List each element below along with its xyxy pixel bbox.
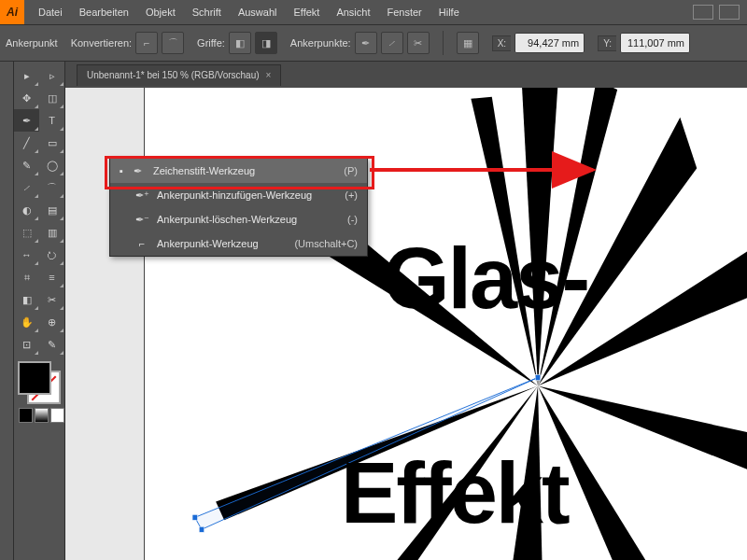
svg-rect-13 — [192, 514, 197, 520]
y-label: Y: — [598, 35, 616, 51]
app-logo-icon: Ai — [0, 0, 24, 24]
none-mode-icon[interactable] — [50, 408, 64, 423]
y-input[interactable] — [624, 36, 686, 49]
menu-bearbeiten[interactable]: Bearbeiten — [71, 0, 137, 24]
menu-hilfe[interactable]: Hilfe — [430, 0, 468, 24]
arrange-docs-icon[interactable] — [719, 5, 740, 20]
convert-label: Konvertieren: — [71, 37, 132, 49]
menu-auswahl[interactable]: Auswahl — [230, 0, 286, 24]
svg-rect-14 — [199, 526, 204, 532]
reference-point-icon[interactable]: ▦ — [457, 32, 479, 54]
pen-tool-flyout: ▪ ✒ Zeichenstift-Werkzeug (P) ✒⁺ Ankerpu… — [109, 158, 368, 257]
fill-swatch[interactable] — [18, 361, 51, 395]
artboard-tool[interactable]: ⊡ — [14, 333, 39, 356]
flyout-label: Ankerpunkt-löschen-Werkzeug — [157, 214, 340, 225]
document-tab[interactable]: Unbenannt-1* bei 150 % (RGB/Vorschau) × — [77, 64, 281, 86]
left-dock[interactable] — [0, 62, 14, 560]
paintbrush-tool[interactable]: ✎ — [14, 154, 39, 176]
rectangle-tool[interactable]: ▭ — [39, 132, 64, 154]
hide-handles-icon[interactable]: ◨ — [255, 32, 277, 54]
menu-objekt[interactable]: Objekt — [137, 0, 184, 24]
connect-anchor-icon[interactable]: ⟋ — [381, 32, 403, 54]
shape-builder-tool[interactable]: ↔ — [14, 244, 39, 266]
gradient-mode-icon[interactable] — [35, 408, 49, 423]
fill-stroke-control[interactable] — [18, 361, 61, 404]
convert-corner-icon[interactable]: ⌐ — [135, 32, 158, 54]
eyedropper-tool[interactable]: ◧ — [14, 288, 39, 311]
mesh-tool[interactable]: ⌗ — [14, 266, 39, 288]
x-coord-group: X: — [492, 33, 585, 53]
flyout-delete-anchor-tool[interactable]: ✒⁻ Ankerpunkt-löschen-Werkzeug (-) — [110, 207, 367, 231]
layout-mode-icon[interactable] — [693, 5, 713, 20]
type-tool[interactable]: T — [39, 109, 64, 132]
canvas-column: Unbenannt-1* bei 150 % (RGB/Vorschau) × — [65, 62, 747, 560]
flyout-shortcut: (P) — [344, 165, 358, 176]
x-field[interactable] — [514, 33, 585, 53]
show-handles-icon[interactable]: ◧ — [229, 32, 251, 54]
color-mode-icon[interactable] — [19, 408, 33, 423]
gradient-tool[interactable]: ≡ — [39, 266, 64, 288]
color-mode-row — [19, 408, 64, 423]
pen-tool[interactable]: ✒ — [14, 109, 39, 132]
pen-plus-icon: ✒⁺ — [134, 189, 149, 202]
lasso-tool[interactable]: ◫ — [39, 87, 64, 109]
flyout-add-anchor-tool[interactable]: ✒⁺ Ankerpunkt-hinzufügen-Werkzeug (+) — [110, 183, 367, 207]
free-transform-tool[interactable]: ▥ — [39, 221, 64, 244]
direct-selection-tool[interactable]: ▹ — [39, 64, 64, 87]
flyout-pen-tool[interactable]: ▪ ✒ Zeichenstift-Werkzeug (P) — [110, 159, 367, 183]
svg-rect-12 — [535, 375, 540, 381]
line-tool[interactable]: ╱ — [14, 132, 39, 154]
toolbox: ▸▹ ✥◫ ✒T ╱▭ ✎◯ ⟋⌒ ◐▤ ⬚▥ ↔⭮ ⌗≡ ◧✂ ✋⊕ ⊡✎ — [14, 62, 65, 560]
close-tab-icon[interactable]: × — [266, 65, 272, 86]
column-graph-tool[interactable]: ⊕ — [39, 311, 64, 333]
symbol-sprayer-tool[interactable]: ✋ — [14, 311, 39, 333]
y-field[interactable] — [620, 33, 690, 53]
perspective-tool[interactable]: ⭮ — [39, 244, 64, 266]
pen-icon: ✒ — [131, 165, 146, 177]
rotate-tool[interactable]: ◐ — [14, 199, 39, 221]
scale-tool[interactable]: ▤ — [39, 199, 64, 221]
blend-tool[interactable]: ✂ — [39, 288, 64, 311]
control-bar: Ankerpunkt Konvertieren: ⌐ ⌒ Griffe: ◧ ◨… — [0, 25, 747, 62]
work-area: ▸▹ ✥◫ ✒T ╱▭ ✎◯ ⟋⌒ ◐▤ ⬚▥ ↔⭮ ⌗≡ ◧✂ ✋⊕ ⊡✎ U… — [0, 62, 747, 560]
flyout-shortcut: (Umschalt+C) — [294, 238, 358, 249]
blob-brush-tool[interactable]: ⟋ — [14, 176, 39, 199]
artwork-text-2: Effekt — [341, 444, 569, 542]
menu-fenster[interactable]: Fenster — [378, 0, 430, 24]
canvas[interactable]: Glas- Effekt ▪ ✒ Zeichenstift-Werkzeug (… — [65, 88, 747, 560]
pen-minus-icon: ✒⁻ — [134, 214, 149, 226]
anchors-group: Ankerpunkte: ✒ ⟋ ✂ — [290, 32, 430, 54]
menu-schrift[interactable]: Schrift — [184, 0, 230, 24]
x-input[interactable] — [518, 36, 581, 49]
convert-group: Konvertieren: ⌐ ⌒ — [71, 32, 184, 54]
menubar: Ai Datei Bearbeiten Objekt Schrift Auswa… — [0, 0, 747, 25]
document-tabstrip: Unbenannt-1* bei 150 % (RGB/Vorschau) × — [65, 62, 747, 86]
menu-datei[interactable]: Datei — [30, 0, 71, 24]
document-tab-title: Unbenannt-1* bei 150 % (RGB/Vorschau) — [87, 65, 260, 86]
remove-anchor-icon[interactable]: ✒ — [355, 32, 377, 54]
slice-tool[interactable]: ✎ — [39, 333, 64, 356]
flyout-label: Ankerpunkt-Werkzeug — [157, 238, 287, 249]
menubar-extras — [693, 5, 747, 20]
flyout-marker-icon: ▪ — [120, 165, 123, 176]
menu-ansicht[interactable]: Ansicht — [328, 0, 378, 24]
handles-label: Griffe: — [197, 37, 225, 49]
pencil-tool[interactable]: ◯ — [39, 154, 64, 176]
flyout-label: Ankerpunkt-hinzufügen-Werkzeug — [157, 189, 337, 201]
cut-anchor-icon[interactable]: ✂ — [407, 32, 430, 54]
context-label: Ankerpunkt — [6, 37, 58, 49]
width-tool[interactable]: ⬚ — [14, 221, 39, 244]
menu-effekt[interactable]: Effekt — [285, 0, 328, 24]
handles-group: Griffe: ◧ ◨ — [197, 32, 277, 54]
artwork-text-1: Glas- — [383, 230, 588, 328]
convert-smooth-icon[interactable]: ⌒ — [162, 32, 184, 54]
flyout-convert-anchor-tool[interactable]: ⌐ Ankerpunkt-Werkzeug (Umschalt+C) — [110, 231, 367, 256]
selection-tool[interactable]: ▸ — [14, 64, 39, 87]
eraser-tool[interactable]: ⌒ — [39, 176, 64, 199]
anchors-label: Ankerpunkte: — [290, 37, 351, 49]
magic-wand-tool[interactable]: ✥ — [14, 87, 39, 109]
flyout-label: Zeichenstift-Werkzeug — [153, 165, 336, 176]
y-coord-group: Y: — [598, 33, 690, 53]
convert-anchor-icon: ⌐ — [134, 238, 149, 249]
flyout-shortcut: (-) — [347, 214, 358, 225]
